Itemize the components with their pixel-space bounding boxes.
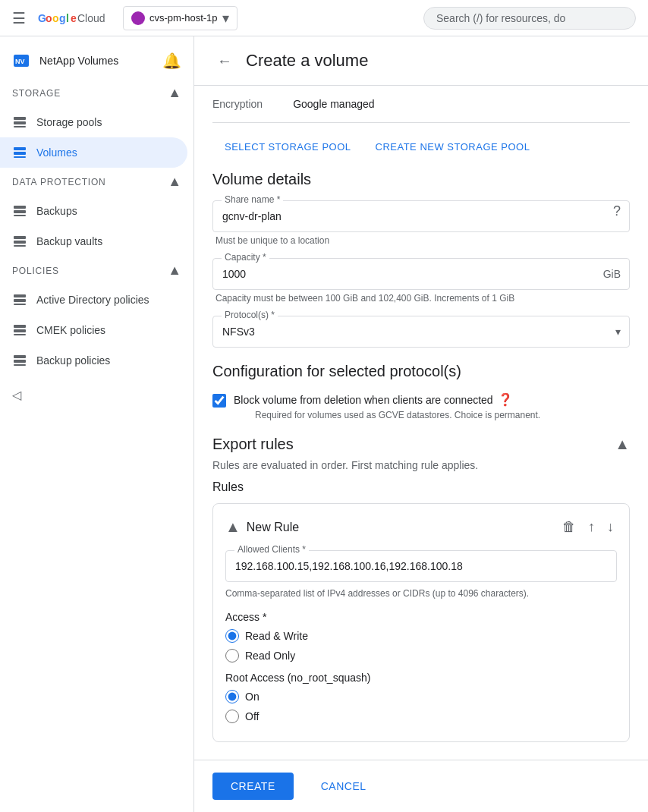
search-bar[interactable]: Search (/) for resources, do: [423, 7, 636, 30]
root-access-off-label: Off: [245, 710, 259, 722]
notifications-icon[interactable]: 🔔: [162, 52, 181, 70]
svg-rect-14: [14, 156, 26, 158]
allowed-clients-input[interactable]: [225, 550, 617, 582]
project-dropdown-icon: ▾: [222, 10, 229, 27]
protocol-select-wrapper: NFSv3 NFSv4 SMB ▾: [212, 316, 630, 348]
export-rules-collapse-icon[interactable]: ▲: [615, 436, 630, 453]
back-button[interactable]: ←: [212, 49, 237, 73]
root-access-group-label: Root Access (no_root_squash): [225, 672, 617, 684]
rule-title-row: ▲ New Rule: [225, 518, 299, 536]
root-access-off-radio[interactable]: [225, 710, 239, 723]
cancel-button[interactable]: CANCEL: [303, 773, 385, 800]
svg-text:e: e: [71, 12, 77, 24]
root-access-on-row: On: [225, 690, 617, 703]
access-read-write-radio[interactable]: [225, 629, 239, 643]
svg-rect-15: [14, 206, 26, 209]
move-up-rule-button[interactable]: ↑: [585, 516, 598, 538]
sidebar-item-label-backups: Backups: [36, 205, 77, 217]
sidebar-item-backup-vaults[interactable]: Backup vaults: [0, 226, 187, 257]
access-read-only-row: Read Only: [225, 649, 617, 663]
allowed-clients-group: Allowed Clients *: [225, 550, 617, 582]
capacity-group: Capacity * GiB Capacity must be between …: [212, 258, 630, 304]
volume-details-title: Volume details: [212, 171, 630, 188]
capacity-input[interactable]: [212, 258, 630, 290]
svg-rect-12: [14, 147, 26, 150]
storage-pool-tabs: SELECT STORAGE POOL CREATE NEW STORAGE P…: [212, 123, 630, 159]
main-content-area: ← Create a volume Encryption Google mana…: [194, 36, 648, 812]
svg-rect-27: [14, 355, 26, 358]
svg-text:Cloud: Cloud: [77, 12, 105, 24]
block-deletion-label-wrap: Block volume from deletion when clients …: [234, 392, 540, 420]
gib-unit-label: GiB: [603, 268, 621, 280]
block-deletion-help-icon[interactable]: ❓: [498, 392, 513, 407]
sidebar-item-volumes[interactable]: Volumes: [0, 137, 187, 168]
share-name-help-icon[interactable]: ?: [613, 203, 621, 219]
sidebar-item-label-backup-vaults: Backup vaults: [36, 235, 102, 247]
protocol-select[interactable]: NFSv3 NFSv4 SMB: [212, 316, 630, 348]
create-new-storage-pool-tab[interactable]: CREATE NEW STORAGE POOL: [363, 135, 543, 159]
select-storage-pool-tab[interactable]: SELECT STORAGE POOL: [212, 135, 363, 159]
volumes-icon: [12, 145, 27, 160]
project-name: cvs-pm-host-1p: [149, 12, 218, 24]
project-icon: [131, 11, 145, 25]
svg-rect-23: [14, 304, 26, 305]
sidebar-item-backup-policies[interactable]: Backup policies: [0, 345, 187, 376]
svg-text:o: o: [52, 12, 59, 24]
menu-icon[interactable]: ☰: [12, 9, 26, 27]
backup-vaults-icon: [12, 234, 27, 249]
sidebar-app-title: NetApp Volumes: [39, 55, 118, 67]
sidebar-item-backups[interactable]: Backups: [0, 196, 187, 226]
storage-section-label: Storage: [12, 88, 61, 99]
project-selector[interactable]: cvs-pm-host-1p ▾: [123, 6, 237, 30]
access-read-only-radio[interactable]: [225, 649, 239, 663]
policies-section-header[interactable]: Policies ▲: [0, 257, 193, 285]
rules-label: Rules: [212, 480, 630, 494]
block-deletion-hint: Required for volumes used as GCVE datast…: [255, 410, 540, 420]
configuration-section: Configuration for selected protocol(s) B…: [212, 363, 630, 420]
export-rules-title: Export rules: [212, 436, 294, 453]
block-deletion-checkbox[interactable]: [212, 394, 226, 408]
netapp-icon: NV: [12, 52, 30, 70]
capacity-input-row: GiB: [212, 258, 630, 290]
root-access-off-row: Off: [225, 710, 617, 723]
configuration-title: Configuration for selected protocol(s): [212, 363, 630, 380]
svg-rect-11: [14, 126, 26, 127]
backup-policies-icon: [12, 353, 27, 368]
data-protection-section-label: Data protection: [12, 177, 106, 187]
svg-rect-22: [14, 299, 26, 302]
policies-section-label: Policies: [12, 266, 59, 276]
sidebar-header: NV NetApp Volumes 🔔: [0, 42, 193, 79]
svg-rect-29: [14, 364, 26, 366]
google-logo-svg: G o o g l e Cloud: [38, 11, 105, 26]
block-deletion-label-row: Block volume from deletion when clients …: [234, 392, 540, 407]
rule-collapse-icon[interactable]: ▲: [225, 518, 241, 536]
encryption-label: Encryption: [212, 98, 263, 110]
volume-details-section: Volume details Share name * ? Must be un…: [212, 171, 630, 348]
move-down-rule-button[interactable]: ↓: [604, 516, 617, 538]
create-button[interactable]: CREATE: [212, 773, 294, 800]
delete-rule-button[interactable]: 🗑: [559, 516, 579, 538]
ad-policies-icon: [12, 292, 27, 307]
access-read-write-row: Read & Write: [225, 629, 617, 643]
capacity-hint: Capacity must be between 100 GiB and 102…: [212, 293, 630, 304]
page-title: Create a volume: [246, 51, 368, 71]
storage-section-header[interactable]: Storage ▲: [0, 79, 193, 107]
share-name-group: Share name * ? Must be unique to a locat…: [212, 200, 630, 246]
data-protection-section-header[interactable]: Data protection ▲: [0, 168, 193, 196]
svg-rect-20: [14, 245, 26, 247]
allowed-clients-hint: Comma-separated list of IPv4 addresses o…: [225, 588, 617, 599]
topbar: ☰ G o o g l e Cloud cvs-pm-host-1p ▾ Sea…: [0, 0, 648, 36]
sidebar-item-active-directory-policies[interactable]: Active Directory policies: [0, 285, 187, 315]
cmek-policies-icon: [12, 323, 27, 338]
share-name-input[interactable]: [212, 200, 630, 232]
rule-actions: 🗑 ↑ ↓: [559, 516, 617, 538]
root-access-on-radio[interactable]: [225, 690, 239, 703]
root-access-section: Root Access (no_root_squash) On Off: [225, 672, 617, 723]
svg-rect-13: [14, 152, 26, 155]
sidebar-item-cmek-policies[interactable]: CMEK policies: [0, 315, 187, 345]
export-rules-section: Export rules ▲ Rules are evaluated in or…: [212, 436, 630, 742]
sidebar-item-label-ad-policies: Active Directory policies: [36, 294, 149, 306]
sidebar-item-storage-pools[interactable]: Storage pools: [0, 107, 187, 137]
block-deletion-label: Block volume from deletion when clients …: [234, 394, 493, 406]
sidebar-collapse-btn[interactable]: ◁: [0, 376, 193, 414]
